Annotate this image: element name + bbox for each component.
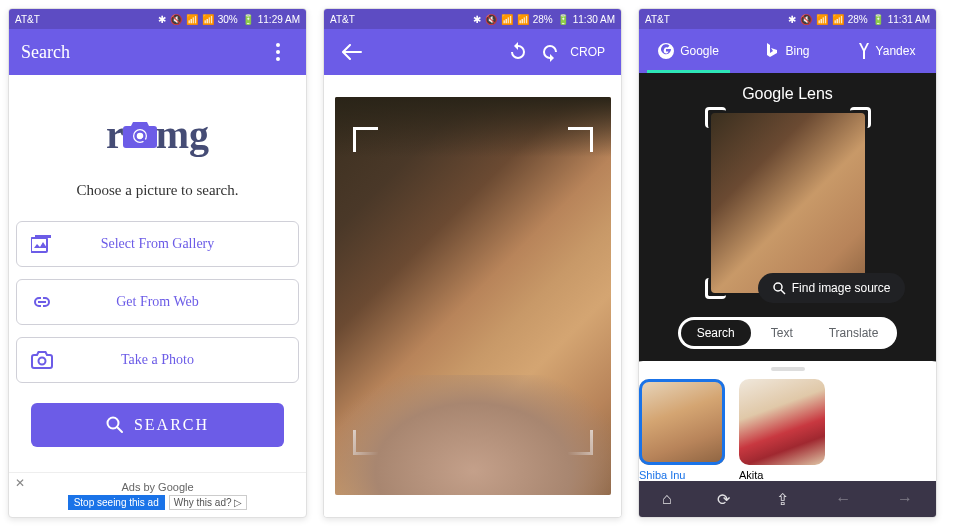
svg-point-0 — [276, 43, 280, 47]
prompt-text: Choose a picture to search. — [76, 182, 238, 199]
signal-icon: 📶 — [832, 14, 844, 25]
mute-icon: 🔇 — [170, 14, 182, 25]
find-image-source-button[interactable]: Find image source — [758, 273, 905, 303]
crop-frame[interactable] — [353, 127, 593, 455]
bottom-nav: ⌂ ⟳ ⇪ ← → — [639, 481, 936, 517]
nav-reload-button[interactable]: ⟳ — [717, 490, 730, 509]
mode-translate[interactable]: Translate — [813, 320, 895, 346]
rotate-cw-icon — [540, 42, 560, 62]
crop-button[interactable]: CROP — [566, 36, 609, 68]
svg-point-8 — [39, 358, 46, 365]
time-label: 11:29 AM — [258, 14, 300, 25]
page-title: Search — [21, 42, 262, 63]
svg-line-10 — [117, 427, 122, 432]
carrier-label: AT&T — [645, 14, 670, 25]
carrier-label: AT&T — [15, 14, 40, 25]
tab-google[interactable]: Google — [639, 29, 738, 73]
time-label: 11:31 AM — [888, 14, 930, 25]
result-label: Akita — [739, 469, 825, 481]
signal-icon: 📶 — [202, 14, 214, 25]
status-bar: AT&T ✱ 🔇 📶 📶 28% 🔋 11:30 AM — [324, 9, 621, 29]
nav-share-button[interactable]: ⇪ — [776, 490, 789, 509]
nav-forward-button[interactable]: → — [897, 490, 913, 508]
wifi-icon: 📶 — [501, 14, 513, 25]
carrier-label: AT&T — [330, 14, 355, 25]
bluetooth-icon: ✱ — [473, 14, 481, 25]
mode-text[interactable]: Text — [755, 320, 809, 346]
bing-icon — [765, 43, 779, 59]
nav-back-button[interactable]: ← — [835, 490, 851, 508]
search-button[interactable]: SEARCH — [31, 403, 284, 447]
status-bar: AT&T ✱ 🔇 📶 📶 28% 🔋 11:31 AM — [639, 9, 936, 29]
search-label: SEARCH — [134, 416, 209, 434]
mode-search[interactable]: Search — [681, 320, 751, 346]
overflow-menu-button[interactable] — [262, 36, 294, 68]
svg-point-2 — [276, 57, 280, 61]
gallery-label: Select From Gallery — [77, 236, 238, 252]
status-bar: AT&T ✱ 🔇 📶 📶 30% 🔋 11:29 AM — [9, 9, 306, 29]
battery-label: 30% — [218, 14, 238, 25]
result-label: Shiba Inu — [639, 469, 725, 481]
select-from-gallery-button[interactable]: Select From Gallery — [16, 221, 299, 267]
battery-icon: 🔋 — [872, 14, 884, 25]
rotate-right-button[interactable] — [534, 36, 566, 68]
camera-icon — [31, 351, 53, 369]
rotate-left-button[interactable] — [502, 36, 534, 68]
result-image — [739, 379, 825, 465]
google-icon — [658, 43, 674, 59]
svg-point-11 — [774, 283, 782, 291]
svg-rect-7 — [35, 235, 51, 238]
lens-body: Google Lens Find image source Search Tex… — [639, 73, 936, 481]
crop-toolbar: CROP — [324, 29, 621, 75]
tab-yandex[interactable]: Yandex — [837, 29, 936, 73]
screen-lens-results: AT&T ✱ 🔇 📶 📶 28% 🔋 11:31 AM Google Bing … — [638, 8, 937, 518]
svg-point-1 — [276, 50, 280, 54]
crop-label: CROP — [570, 45, 605, 59]
result-card-1[interactable]: Shiba Inu — [639, 379, 725, 481]
why-ad-button[interactable]: Why this ad? ▷ — [169, 495, 248, 510]
preview-corner-tr — [850, 107, 871, 128]
lens-search-icon — [772, 281, 786, 295]
photo-label: Take a Photo — [77, 352, 238, 368]
camera-search-icon — [122, 120, 158, 150]
web-icon — [31, 295, 53, 309]
ad-banner: ✕ Ads by Google Stop seeing this ad Why … — [9, 472, 306, 517]
crop-handle-tl[interactable] — [353, 127, 378, 152]
crop-handle-bl[interactable] — [353, 430, 378, 455]
main-content: r mg Choose a picture to search. Select … — [9, 75, 306, 517]
gallery-icon — [31, 235, 53, 253]
time-label: 11:30 AM — [573, 14, 615, 25]
tab-bing[interactable]: Bing — [738, 29, 837, 73]
wifi-icon: 📶 — [186, 14, 198, 25]
result-card-2[interactable]: Akita — [739, 379, 825, 481]
stop-ad-button[interactable]: Stop seeing this ad — [68, 495, 165, 510]
crop-handle-tr[interactable] — [568, 127, 593, 152]
yandex-icon — [858, 43, 870, 59]
nav-home-button[interactable]: ⌂ — [662, 490, 672, 508]
arrow-left-icon — [342, 44, 362, 60]
take-photo-button[interactable]: Take a Photo — [16, 337, 299, 383]
battery-icon: 🔋 — [557, 14, 569, 25]
get-from-web-button[interactable]: Get From Web — [16, 279, 299, 325]
lens-title: Google Lens — [742, 85, 833, 103]
rotate-ccw-icon — [508, 42, 528, 62]
ad-close-icon[interactable]: ✕ — [15, 476, 25, 490]
mute-icon: 🔇 — [485, 14, 497, 25]
crop-image[interactable] — [335, 97, 611, 495]
lens-preview-image[interactable]: Find image source — [711, 113, 865, 293]
signal-icon: 📶 — [517, 14, 529, 25]
bluetooth-icon: ✱ — [788, 14, 796, 25]
crop-area — [324, 75, 621, 517]
result-image — [639, 379, 725, 465]
crop-handle-br[interactable] — [568, 430, 593, 455]
app-logo: r mg — [106, 111, 209, 158]
results-panel[interactable]: Shiba Inu Akita — [639, 361, 936, 481]
battery-label: 28% — [848, 14, 868, 25]
mute-icon: 🔇 — [800, 14, 812, 25]
bluetooth-icon: ✱ — [158, 14, 166, 25]
dots-vertical-icon — [276, 43, 280, 61]
back-button[interactable] — [336, 36, 368, 68]
web-label: Get From Web — [77, 294, 238, 310]
screen-search-home: AT&T ✱ 🔇 📶 📶 30% 🔋 11:29 AM Search r mg … — [8, 8, 307, 518]
screen-crop: AT&T ✱ 🔇 📶 📶 28% 🔋 11:30 AM CROP — [323, 8, 622, 518]
